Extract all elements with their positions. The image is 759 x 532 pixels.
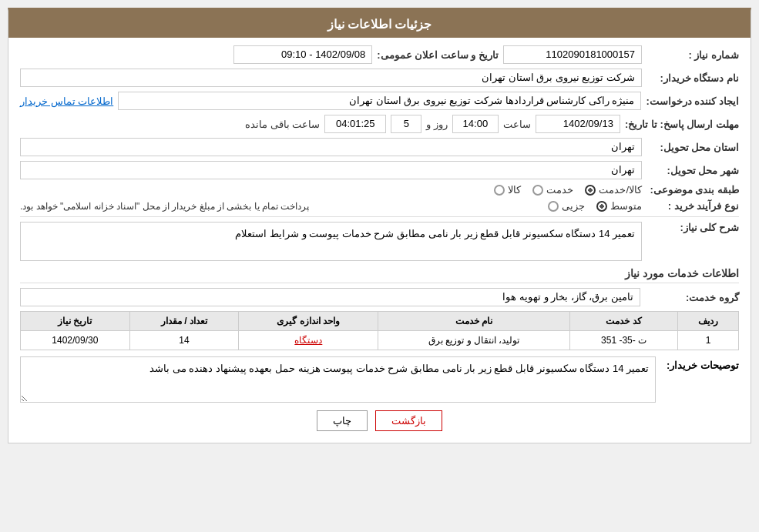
purchase-option-motavaset[interactable]: متوسط: [596, 200, 642, 212]
purchase-motavaset-label: متوسط: [610, 200, 642, 212]
services-header: اطلاعات خدمات مورد نیاز: [20, 267, 739, 283]
category-khedmat-label: خدمت: [546, 184, 573, 196]
buyer-desc-label: توصیحات خریدار:: [662, 356, 739, 371]
cell-quantity: 14: [129, 331, 239, 350]
col-row: ردیف: [677, 312, 738, 331]
announce-datetime-value: 1402/09/08 - 09:10: [233, 45, 372, 64]
cell-unit[interactable]: دستگاه: [239, 331, 378, 350]
response-deadline-label: مهلت ارسال پاسخ: تا تاریخ:: [625, 119, 739, 130]
category-kala-khedmat-radio[interactable]: [585, 185, 596, 196]
response-day-value: 5: [391, 115, 421, 133]
buyer-value: شرکت توزیع نیروی برق استان تهران: [20, 69, 642, 87]
category-kala-label: کالا: [508, 184, 521, 196]
category-option-khedmat[interactable]: خدمت: [532, 184, 573, 196]
purchase-motavaset-radio[interactable]: [596, 201, 607, 212]
table-row: 1 ت -35- 351 تولید، انتقال و توزیع برق د…: [21, 331, 739, 350]
purchase-type-row: متوسط جزیی پرداخت تمام یا بخشی از مبلغ خ…: [20, 200, 642, 212]
need-number-label: شماره نیاز :: [646, 49, 739, 61]
response-time-label: ساعت: [503, 119, 531, 130]
category-option-kala[interactable]: کالا: [494, 184, 521, 196]
cell-date: 1402/09/30: [21, 331, 130, 350]
category-label: طبقه بندی موضوعی:: [646, 184, 739, 196]
purchase-radio-group: متوسط جزیی: [317, 200, 642, 212]
response-time-value: 14:00: [452, 115, 499, 133]
announce-datetime-label: تاریخ و ساعت اعلان عمومی:: [377, 49, 499, 61]
service-group-row: گروه خدمت: تامین برق، گاز، بخار و تهویه …: [20, 288, 739, 306]
category-khedmat-radio[interactable]: [532, 185, 543, 196]
col-qty: تعداد / مقدار: [129, 312, 239, 331]
services-section: اطلاعات خدمات مورد نیاز گروه خدمت: تامین…: [20, 267, 739, 350]
contact-link[interactable]: اطلاعات تماس خریدار: [20, 95, 113, 107]
divider-1: [20, 216, 739, 217]
need-desc-textarea[interactable]: [20, 222, 642, 261]
category-option-kala-khedmat[interactable]: کالا/خدمت: [585, 184, 642, 196]
city-value: تهران: [20, 161, 642, 179]
buttons-row: بازگشت چاپ: [20, 410, 739, 431]
cell-name: تولید، انتقال و توزیع برق: [378, 331, 570, 350]
page-title: جزئیات اطلاعات نیاز: [8, 11, 751, 38]
creator-value: منیژه راکی کارشناس قراردادها شرکت توزیع …: [118, 92, 641, 110]
col-code: کد خدمت: [570, 312, 678, 331]
remaining-value: 04:01:25: [324, 115, 386, 133]
service-group-label: گروه خدمت:: [646, 292, 739, 303]
province-label: استان محل تحویل:: [646, 142, 739, 153]
col-name: نام خدمت: [378, 312, 570, 331]
buyer-label: نام دستگاه خریدار:: [646, 72, 739, 84]
remaining-label: ساعت باقی مانده: [245, 119, 320, 130]
province-value: تهران: [20, 138, 642, 156]
purchase-option-jozi[interactable]: جزیی: [548, 200, 585, 212]
print-button[interactable]: چاپ: [317, 410, 368, 431]
col-date: تاریخ نیاز: [21, 312, 130, 331]
need-desc-label: شرح کلی نیاز:: [646, 222, 739, 233]
service-group-value: تامین برق، گاز، بخار و تهویه هوا: [20, 288, 640, 306]
need-number-value: 1102090181000157: [503, 45, 642, 64]
creator-label: ایجاد کننده درخواست:: [646, 95, 739, 107]
col-unit: واحد اندازه گیری: [239, 312, 378, 331]
buyer-desc-textarea[interactable]: [20, 356, 656, 403]
services-table: ردیف کد خدمت نام خدمت واحد اندازه گیری ت…: [20, 311, 739, 350]
city-label: شهر محل تحویل:: [646, 165, 739, 176]
response-date: 1402/09/13: [536, 115, 620, 133]
purchase-type-label: نوع فرآیند خرید :: [646, 200, 739, 212]
response-day-label: روز و: [426, 119, 448, 130]
purchase-jozi-radio[interactable]: [548, 201, 559, 212]
category-kala-khedmat-label: کالا/خدمت: [599, 184, 642, 196]
cell-code: ت -35- 351: [570, 331, 678, 350]
buyer-desc-section: توصیحات خریدار:: [20, 356, 739, 403]
back-button[interactable]: بازگشت: [375, 410, 442, 431]
category-radio-group: کالا/خدمت خدمت کالا: [20, 184, 642, 196]
cell-row: 1: [677, 331, 738, 350]
purchase-note: پرداخت تمام یا بخشی از مبلغ خریدار از مح…: [20, 201, 309, 212]
purchase-jozi-label: جزیی: [562, 200, 585, 212]
category-kala-radio[interactable]: [494, 185, 505, 196]
